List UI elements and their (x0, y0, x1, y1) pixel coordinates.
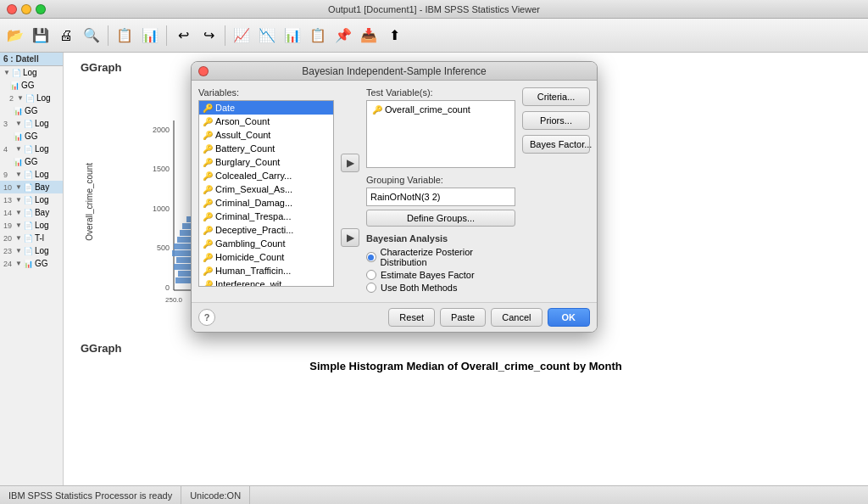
window-controls[interactable] (7, 4, 46, 14)
row-num-10: 10 (3, 183, 14, 192)
sidebar-item-20[interactable]: 20 ▼ 📄 T-l (0, 232, 63, 244)
processor-status: IBM SPSS Statistics Processor is ready (0, 486, 181, 504)
var-item-criminal-trespass[interactable]: 🔑 Criminal_Trespa... (199, 210, 333, 223)
radio-characterize[interactable]: Characterize Posterior Distribution (366, 247, 515, 267)
sidebar-item-2[interactable]: 2 ▼ 📄 Log (0, 92, 63, 104)
open-icon[interactable]: 📂 (3, 24, 27, 48)
triangle-icon: ▼ (15, 221, 22, 229)
triangle-icon: ▼ (15, 196, 22, 204)
copy-icon[interactable]: 📋 (113, 24, 136, 48)
sidebar-item-13[interactable]: 13 ▼ 📄 Log (0, 193, 63, 206)
sidebar-header: 6 : Datell (0, 53, 63, 66)
sidebar-tl-icon: 📄 (24, 234, 33, 243)
radio-characterize-icon[interactable] (366, 252, 376, 262)
sidebar-item-log1[interactable]: ▼ 📄 Log (0, 66, 63, 79)
maximize-button[interactable] (36, 4, 46, 14)
sidebar-label: Log (35, 119, 49, 128)
var-name: Gambling_Count (215, 238, 286, 249)
chart3-icon[interactable]: 📉 (255, 24, 279, 48)
sidebar-item-gg2[interactable]: 📊 GG (0, 104, 63, 117)
var-item-criminal-sexual[interactable]: 🔑 Crim_Sexual_As... (199, 182, 333, 196)
criteria-button[interactable]: Criteria... (522, 87, 590, 106)
up-icon[interactable]: ⬆ (382, 24, 406, 48)
help-button[interactable]: ? (198, 309, 215, 326)
var-item-arson[interactable]: 🔑 Arson_Count (199, 115, 333, 128)
sidebar-item-4[interactable]: 4 ▼ 📄 Log (0, 143, 63, 155)
dialog-close-button[interactable] (198, 66, 209, 76)
sidebar-item-gg3[interactable]: 📊 GG (0, 130, 63, 143)
var-item-date[interactable]: 🔑 Date (199, 101, 333, 115)
var-name: Homicide_Count (215, 252, 284, 262)
sidebar-item-14[interactable]: 14 ▼ 📄 Bay (0, 206, 63, 219)
zoom-icon[interactable]: 🔍 (80, 24, 103, 48)
var-item-human-trafficking[interactable]: 🔑 Human_Trafficin... (199, 264, 333, 277)
sidebar-item-10[interactable]: 10 ▼ 📄 Bay (0, 181, 63, 193)
var-item-criminal-damage[interactable]: 🔑 Criminal_Damag... (199, 196, 333, 210)
sidebar-label: GG (25, 132, 38, 141)
ok-button[interactable]: OK (548, 308, 591, 327)
radio-estimate[interactable]: Estimate Bayes Factor (366, 270, 515, 280)
paste-icon[interactable]: 📋 (306, 24, 330, 48)
triangle-icon: ▼ (15, 247, 22, 255)
radio-estimate-label: Estimate Bayes Factor (381, 270, 475, 280)
reset-button[interactable]: Reset (388, 308, 435, 327)
separator-2 (166, 25, 167, 46)
sidebar-label: T-l (35, 233, 44, 243)
test-variables-box[interactable]: 🔑 Overall_crime_count (366, 100, 515, 168)
sidebar-item-3[interactable]: 3 ▼ 📄 Log (0, 117, 63, 130)
var-icon: 🔑 (203, 199, 213, 208)
minimize-button[interactable] (21, 4, 31, 14)
var-item-deceptive[interactable]: 🔑 Deceptive_Practi... (199, 223, 333, 237)
table-icon[interactable]: 📊 (281, 24, 304, 48)
radio-both-label: Use Both Methods (381, 283, 458, 293)
status-bar: IBM SPSS Statistics Processor is ready U… (0, 485, 868, 504)
save-icon[interactable]: 💾 (29, 24, 53, 48)
pin-icon[interactable]: 📌 (331, 24, 355, 48)
triangle-icon: ▼ (15, 234, 22, 242)
chart2-icon[interactable]: 📈 (230, 24, 253, 48)
var-item-interference[interactable]: 🔑 Interference_wit... (199, 277, 333, 287)
variables-listbox[interactable]: 🔑 Date 🔑 Arson_Count 🔑 Assult_Count (198, 100, 334, 287)
bayes-factor-button[interactable]: Bayes Factor... (522, 135, 590, 154)
window-title: Output1 [Document1] - IBM SPSS Statistic… (328, 4, 540, 14)
sidebar-item-24[interactable]: 24 ▼ 📊 GG (0, 257, 63, 270)
var-item-assult[interactable]: 🔑 Assult_Count (199, 128, 333, 142)
row-num-14: 14 (3, 209, 14, 217)
toolbar: 📂 💾 🖨 🔍 📋 📊 ↩ ↪ 📈 📉 📊 📋 📌 📥 ⬆ (0, 19, 868, 53)
sidebar-gg-icon: 📊 (14, 132, 23, 141)
chart-icon[interactable]: 📊 (138, 24, 162, 48)
cancel-button[interactable]: Cancel (491, 308, 542, 327)
move-to-group-button[interactable]: ▶ (341, 228, 359, 247)
grouping-variable-box[interactable]: RainOrNotN(3 2) (366, 188, 515, 206)
define-groups-button[interactable]: Define Groups... (366, 210, 515, 227)
sidebar-log-icon: 📄 (25, 94, 35, 103)
grouping-var-value: RainOrNotN(3 2) (370, 192, 441, 202)
var-item-battery[interactable]: 🔑 Battery_Count (199, 142, 333, 155)
sidebar-item-gg1[interactable]: 📊 GG (0, 79, 63, 92)
move-to-test-button[interactable]: ▶ (341, 154, 359, 172)
paste-button[interactable]: Paste (440, 308, 486, 327)
sidebar-item-19[interactable]: 19 ▼ 📄 Log (0, 219, 63, 232)
sidebar-gg-icon: 📊 (14, 158, 23, 166)
sidebar-item-23[interactable]: 23 ▼ 📄 Log (0, 244, 63, 257)
sidebar-item-9[interactable]: 9 ▼ 📄 Log (0, 168, 63, 181)
radio-estimate-icon[interactable] (366, 270, 376, 280)
export-icon[interactable]: 📥 (357, 24, 381, 48)
undo-icon[interactable]: ↩ (171, 24, 195, 48)
radio-both-icon[interactable] (366, 283, 376, 293)
sidebar-item-gg4[interactable]: 📊 GG (0, 155, 63, 168)
var-item-homicide[interactable]: 🔑 Homicide_Count (199, 250, 333, 264)
var-item-burglary[interactable]: 🔑 Burglary_Count (199, 155, 333, 169)
var-item-gambling[interactable]: 🔑 Gambling_Count (199, 237, 333, 250)
close-button[interactable] (7, 4, 17, 14)
print-icon[interactable]: 🖨 (54, 24, 78, 48)
redo-icon[interactable]: ↪ (197, 24, 220, 48)
priors-button[interactable]: Priors... (522, 111, 590, 130)
sidebar-bay-icon: 📄 (24, 183, 33, 192)
test-variables-label: Test Variable(s): (366, 87, 515, 98)
radio-both[interactable]: Use Both Methods (366, 283, 515, 293)
row-num-9: 9 (3, 171, 14, 179)
var-icon: 🔑 (203, 104, 213, 113)
row-num-20: 20 (3, 234, 14, 243)
var-item-colcealed[interactable]: 🔑 Colcealed_Carry... (199, 169, 333, 182)
